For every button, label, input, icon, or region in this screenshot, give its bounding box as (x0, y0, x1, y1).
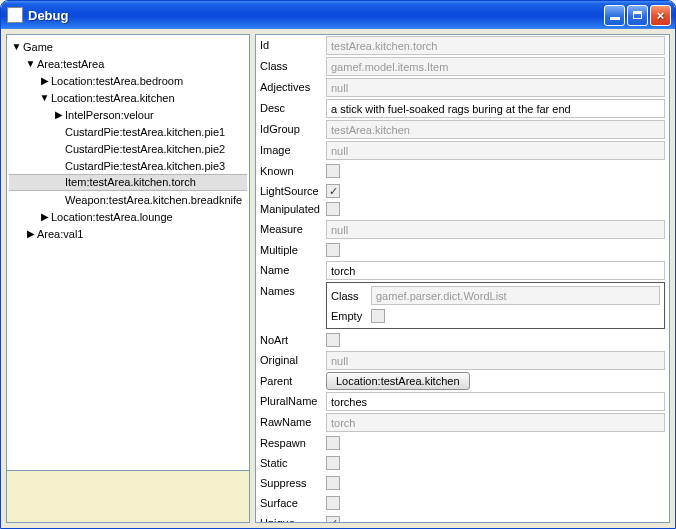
tree-item[interactable]: ▶CustardPie:testArea.kitchen.pie2 (9, 140, 249, 157)
tree-item[interactable]: ▶Location:testArea.lounge (9, 208, 249, 225)
property-label: Static (260, 454, 326, 469)
tree-item-label: Item:testArea.kitchen.torch (65, 175, 196, 190)
property-label: Desc (260, 99, 326, 114)
names-class-label: Class (331, 290, 371, 302)
disclosure-down-icon[interactable]: ▼ (25, 58, 36, 69)
property-label: Parent (260, 372, 326, 387)
property-row: RawName (256, 412, 669, 433)
property-checkbox-suppress[interactable] (326, 476, 340, 490)
property-checkbox-unique[interactable] (326, 516, 340, 523)
property-label: PluralName (260, 392, 326, 407)
disclosure-right-icon[interactable]: ▶ (53, 109, 64, 120)
tree-item[interactable]: ▶Weapon:testArea.kitchen.breadknife (9, 191, 249, 208)
tree-item[interactable]: ▶CustardPie:testArea.kitchen.pie3 (9, 157, 249, 174)
property-row: Measure (256, 219, 669, 240)
property-checkbox-multiple[interactable] (326, 243, 340, 257)
disclosure-right-icon[interactable]: ▶ (25, 228, 36, 239)
property-label: Adjectives (260, 78, 326, 93)
property-label: Class (260, 57, 326, 72)
property-value (326, 331, 665, 349)
property-checkbox-manipulated[interactable] (326, 202, 340, 216)
property-input-image (326, 141, 665, 160)
tree-item-label: Weapon:testArea.kitchen.breadknife (65, 194, 242, 206)
property-value (326, 413, 665, 432)
property-value (326, 99, 665, 118)
property-row: Desc (256, 98, 669, 119)
names-subpanel: ClassEmpty (326, 282, 665, 329)
tree-item-label: IntelPerson:velour (65, 109, 154, 121)
property-label: Unique (260, 514, 326, 523)
tree-item[interactable]: ▶IntelPerson:velour (9, 106, 249, 123)
property-label: Original (260, 351, 326, 366)
property-row: Static (256, 453, 669, 473)
disclosure-right-icon[interactable]: ▶ (39, 211, 50, 222)
tree-footer (6, 471, 250, 523)
tree-item-label: CustardPie:testArea.kitchen.pie2 (65, 143, 225, 155)
property-checkbox-noart[interactable] (326, 333, 340, 347)
names-empty-label: Empty (331, 310, 371, 322)
property-input-desc[interactable] (326, 99, 665, 118)
property-input-idgroup (326, 120, 665, 139)
property-label: Surface (260, 494, 326, 509)
property-value (326, 120, 665, 139)
tree-item[interactable]: ▼Location:testArea.kitchen (9, 89, 249, 106)
disclosure-down-icon[interactable]: ▼ (11, 41, 22, 52)
property-value (326, 162, 665, 180)
object-tree[interactable]: ▼Game▼Area:testArea▶Location:testArea.be… (6, 34, 250, 471)
tree-item[interactable]: ▼Area:testArea (9, 55, 249, 72)
property-checkbox-surface[interactable] (326, 496, 340, 510)
property-row: Id (256, 35, 669, 56)
property-row: ParentLocation:testArea.kitchen (256, 371, 669, 391)
property-label: IdGroup (260, 120, 326, 135)
property-row: Manipulated (256, 199, 669, 219)
property-row: NoArt (256, 330, 669, 350)
property-label: Names (260, 282, 326, 297)
property-row: NamesClassEmpty (256, 281, 669, 330)
tree-item[interactable]: ▼Game (9, 38, 249, 55)
property-row: Name (256, 260, 669, 281)
tree-item-label: Location:testArea.lounge (51, 211, 173, 223)
tree-item-label: Area:testArea (37, 58, 104, 70)
property-checkbox-static[interactable] (326, 456, 340, 470)
property-link-parent[interactable]: Location:testArea.kitchen (326, 372, 470, 390)
property-checkbox-known[interactable] (326, 164, 340, 178)
property-row: PluralName (256, 391, 669, 412)
property-value (326, 454, 665, 472)
property-input-pluralname[interactable] (326, 392, 665, 411)
tree-item-label: CustardPie:testArea.kitchen.pie1 (65, 126, 225, 138)
property-value (326, 36, 665, 55)
tree-item-label: Area:val1 (37, 228, 83, 240)
property-row: Respawn (256, 433, 669, 453)
property-row: Known (256, 161, 669, 181)
client-area: ▼Game▼Area:testArea▶Location:testArea.be… (1, 29, 675, 528)
tree-item[interactable]: ▶CustardPie:testArea.kitchen.pie1 (9, 123, 249, 140)
property-label: Manipulated (260, 200, 326, 215)
names-class-input (371, 286, 660, 305)
close-button[interactable]: × (650, 5, 671, 26)
property-checkbox-respawn[interactable] (326, 436, 340, 450)
property-input-id (326, 36, 665, 55)
tree-item[interactable]: ▶Location:testArea.bedroom (9, 72, 249, 89)
minimize-button[interactable] (604, 5, 625, 26)
maximize-button[interactable] (627, 5, 648, 26)
property-row: LightSource (256, 181, 669, 199)
property-row: Original (256, 350, 669, 371)
titlebar[interactable]: Debug × (1, 1, 675, 29)
property-panel[interactable]: IdClassAdjectivesDescIdGroupImageKnownLi… (255, 34, 670, 523)
property-input-original (326, 351, 665, 370)
property-label: Id (260, 36, 326, 51)
property-value (326, 434, 665, 452)
property-input-adjectives (326, 78, 665, 97)
property-value (326, 494, 665, 512)
property-input-measure (326, 220, 665, 239)
property-input-name[interactable] (326, 261, 665, 280)
names-empty-checkbox[interactable] (371, 309, 385, 323)
tree-item[interactable]: ▶Area:val1 (9, 225, 249, 242)
disclosure-down-icon[interactable]: ▼ (39, 92, 50, 103)
property-checkbox-lightsource[interactable] (326, 184, 340, 198)
disclosure-right-icon[interactable]: ▶ (39, 75, 50, 86)
property-label: Name (260, 261, 326, 276)
property-label: NoArt (260, 331, 326, 346)
tree-item[interactable]: ▶Item:testArea.kitchen.torch (9, 174, 247, 191)
property-value (326, 474, 665, 492)
